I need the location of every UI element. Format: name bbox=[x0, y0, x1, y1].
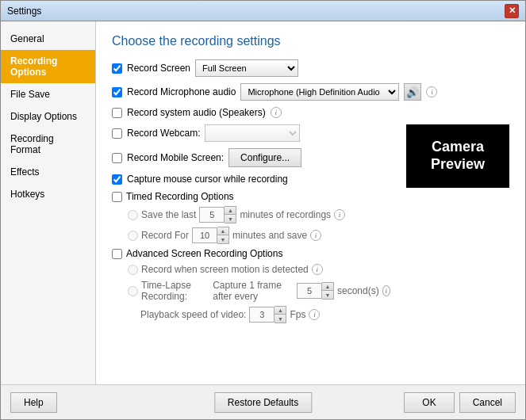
playback-speed-spinbox-buttons: ▲ ▼ bbox=[275, 306, 286, 323]
save-last-input[interactable] bbox=[199, 207, 225, 223]
save-last-radio[interactable] bbox=[128, 210, 138, 220]
playback-speed-row: Playback speed of video: ▲ ▼ Fps i bbox=[128, 307, 390, 323]
sidebar-item-hotkeys[interactable]: Hotkeys bbox=[1, 183, 95, 205]
timed-recording-options: Save the last ▲ ▼ minutes of recordings bbox=[128, 207, 390, 243]
sidebar: General Recording Options File Save Disp… bbox=[1, 21, 96, 384]
playback-speed-label: Playback speed of video: bbox=[140, 309, 246, 320]
close-button[interactable]: ✕ bbox=[505, 4, 519, 18]
capture-frame-down-btn[interactable]: ▼ bbox=[322, 291, 333, 299]
record-for-row: Record For ▲ ▼ minutes and save i bbox=[128, 227, 390, 243]
record-for-label: Record For bbox=[141, 230, 189, 241]
record-motion-info-icon[interactable]: i bbox=[312, 264, 323, 275]
record-mic-checkbox[interactable] bbox=[112, 87, 122, 97]
playback-speed-up-btn[interactable]: ▲ bbox=[275, 307, 286, 315]
help-button[interactable]: Help bbox=[10, 392, 57, 413]
record-system-audio-checkbox[interactable] bbox=[112, 108, 122, 118]
mic-select[interactable]: Microphone (High Definition Audio Device… bbox=[240, 83, 399, 101]
timed-recording-checkbox[interactable] bbox=[112, 192, 122, 202]
timed-recording-label: Timed Recording Options bbox=[126, 191, 234, 202]
panel-title: Choose the recording settings bbox=[112, 34, 509, 48]
record-motion-label: Record when screen motion is detected bbox=[141, 264, 309, 275]
capture-frame-spinbox-buttons: ▲ ▼ bbox=[322, 282, 334, 300]
sidebar-item-general[interactable]: General bbox=[1, 28, 95, 50]
mic-info-icon[interactable]: i bbox=[426, 86, 437, 97]
advanced-recording-header: Advanced Screen Recording Options bbox=[112, 248, 390, 259]
footer-left: Help bbox=[10, 392, 57, 413]
screen-select[interactable]: Full Screen Window Region bbox=[195, 59, 298, 77]
webcam-preview-section: Record Webcam: Record Mobile Screen: Con… bbox=[112, 124, 509, 327]
restore-defaults-button[interactable]: Restore Defaults bbox=[214, 392, 312, 413]
save-last-spinbox-buttons: ▲ ▼ bbox=[225, 206, 236, 223]
sidebar-item-effects[interactable]: Effects bbox=[1, 161, 95, 183]
save-last-row: Save the last ▲ ▼ minutes of recordings bbox=[128, 207, 390, 223]
record-mic-row: Record Microphone audio Microphone (High… bbox=[112, 83, 509, 101]
record-for-info-icon[interactable]: i bbox=[310, 230, 321, 241]
record-system-audio-row: Record system audio (Speakers) i bbox=[112, 107, 509, 118]
record-mic-label: Record Microphone audio bbox=[127, 86, 236, 97]
playback-speed-input[interactable] bbox=[249, 307, 275, 323]
record-webcam-checkbox[interactable] bbox=[112, 128, 122, 139]
capture-frame-up-btn[interactable]: ▲ bbox=[322, 283, 333, 291]
save-last-label: Save the last bbox=[141, 209, 196, 220]
record-system-audio-label: Record system audio (Speakers) bbox=[127, 107, 266, 118]
footer-center: Restore Defaults bbox=[214, 392, 312, 413]
capture-mouse-checkbox[interactable] bbox=[112, 174, 122, 185]
configure-button[interactable]: Configure... bbox=[228, 148, 301, 167]
playback-speed-info-icon[interactable]: i bbox=[309, 309, 320, 320]
record-mobile-checkbox[interactable] bbox=[112, 153, 122, 163]
settings-panel: Choose the recording settings Record Scr… bbox=[96, 21, 525, 384]
minutes-and-save-label: minutes and save bbox=[232, 230, 307, 241]
footer: Help Restore Defaults OK Cancel bbox=[1, 384, 525, 419]
options-left: Record Webcam: Record Mobile Screen: Con… bbox=[112, 124, 390, 327]
record-webcam-row: Record Webcam: bbox=[112, 124, 390, 142]
save-last-info-icon[interactable]: i bbox=[334, 209, 345, 220]
record-for-radio[interactable] bbox=[128, 231, 138, 241]
system-audio-info-icon[interactable]: i bbox=[271, 107, 282, 118]
record-motion-radio[interactable] bbox=[128, 265, 138, 275]
record-for-input[interactable] bbox=[192, 227, 217, 243]
sidebar-item-file-save[interactable]: File Save bbox=[1, 83, 95, 105]
window-title: Settings bbox=[7, 6, 41, 17]
timed-recording-section: Timed Recording Options Save the last bbox=[112, 191, 390, 243]
time-lapse-row: Time-Lapse Recording: Capture 1 frame af… bbox=[128, 280, 390, 302]
record-screen-checkbox[interactable] bbox=[112, 63, 122, 74]
record-webcam-label: Record Webcam: bbox=[127, 128, 200, 139]
sidebar-item-recording-options[interactable]: Recording Options bbox=[1, 50, 95, 83]
capture-mouse-label: Capture mouse cursor while recording bbox=[127, 174, 288, 185]
advanced-recording-section: Advanced Screen Recording Options Record… bbox=[112, 248, 390, 323]
advanced-recording-checkbox[interactable] bbox=[112, 249, 122, 259]
camera-preview: CameraPreview bbox=[406, 124, 509, 188]
main-content: General Recording Options File Save Disp… bbox=[1, 21, 525, 384]
save-last-down-btn[interactable]: ▼ bbox=[225, 215, 236, 223]
capture-frame-label: Capture 1 frame after every bbox=[213, 280, 294, 302]
seconds-label: second(s) bbox=[337, 285, 379, 296]
record-mobile-label: Record Mobile Screen: bbox=[127, 152, 224, 163]
save-last-spinbox: ▲ ▼ bbox=[199, 207, 236, 223]
ok-button[interactable]: OK bbox=[404, 392, 454, 413]
time-lapse-label: Time-Lapse Recording: bbox=[141, 280, 209, 302]
mic-icon-button[interactable]: 🔊 bbox=[404, 83, 421, 101]
playback-speed-spinbox: ▲ ▼ bbox=[249, 307, 286, 323]
record-for-spinbox-buttons: ▲ ▼ bbox=[217, 227, 229, 244]
title-bar: Settings ✕ bbox=[1, 1, 525, 21]
record-motion-row: Record when screen motion is detected i bbox=[128, 264, 390, 275]
sidebar-item-recording-format[interactable]: Recording Format bbox=[1, 128, 95, 161]
playback-speed-down-btn[interactable]: ▼ bbox=[275, 315, 286, 323]
settings-window: Settings ✕ General Recording Options Fil… bbox=[0, 0, 526, 420]
advanced-recording-options: Record when screen motion is detected i … bbox=[128, 264, 390, 323]
record-for-up-btn[interactable]: ▲ bbox=[217, 227, 228, 235]
advanced-recording-label: Advanced Screen Recording Options bbox=[126, 248, 282, 259]
cancel-button[interactable]: Cancel bbox=[459, 392, 516, 413]
capture-frame-spinbox: ▲ ▼ bbox=[297, 283, 334, 299]
capture-mouse-row: Capture mouse cursor while recording bbox=[112, 174, 390, 185]
save-last-up-btn[interactable]: ▲ bbox=[225, 207, 236, 215]
capture-frame-input[interactable] bbox=[297, 283, 322, 299]
fps-label: Fps bbox=[290, 309, 305, 320]
webcam-select[interactable] bbox=[205, 124, 300, 142]
sidebar-item-display-options[interactable]: Display Options bbox=[1, 105, 95, 128]
minutes-of-recordings-label: minutes of recordings bbox=[240, 209, 331, 220]
record-mobile-row: Record Mobile Screen: Configure... bbox=[112, 148, 390, 167]
time-lapse-info-icon[interactable]: i bbox=[382, 285, 390, 296]
time-lapse-radio[interactable] bbox=[128, 286, 138, 296]
record-for-down-btn[interactable]: ▼ bbox=[217, 235, 228, 243]
